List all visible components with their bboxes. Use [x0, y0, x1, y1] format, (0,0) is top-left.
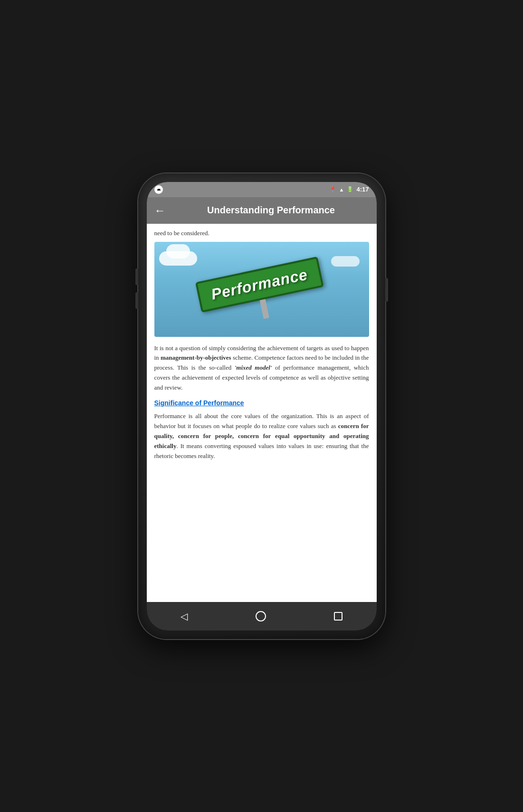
paragraph-1: It is not a question of simply consideri… — [154, 344, 369, 393]
volume-down-button[interactable] — [135, 292, 138, 309]
status-right: 📍 ▲ 🔋 4:17 — [329, 186, 369, 193]
intro-paragraph: need to be considered. — [154, 229, 369, 237]
phone-device: 📍 ▲ 🔋 4:17 ← Understanding Performance n… — [138, 173, 385, 639]
app-bar: ← Understanding Performance — [147, 197, 377, 224]
status-left — [154, 185, 163, 194]
sign-pole — [260, 299, 269, 319]
clock: 4:17 — [356, 186, 369, 193]
signal-icon: ▲ — [339, 187, 344, 192]
nav-back-button[interactable]: ◁ — [171, 607, 197, 626]
battery-icon: 🔋 — [347, 186, 353, 192]
android-icon — [154, 185, 163, 194]
sign-text: Performance — [209, 266, 309, 303]
para1-bold: management-by-objectives — [161, 354, 231, 361]
app-bar-title: Understanding Performance — [173, 205, 369, 216]
nav-home-button[interactable] — [246, 607, 276, 625]
para2-start: Performance is all about the core values… — [154, 412, 369, 430]
back-button[interactable]: ← — [154, 204, 166, 217]
power-button[interactable] — [385, 278, 388, 302]
cloud-right — [331, 256, 360, 267]
section-heading[interactable]: Significance of Performance — [154, 399, 369, 407]
volume-up-button[interactable] — [135, 268, 138, 285]
para1-italic-bold: 'mixed model' — [235, 364, 272, 371]
performance-image: Performance — [154, 242, 369, 337]
sign-board: Performance — [195, 257, 323, 313]
nav-recent-button[interactable] — [324, 608, 352, 624]
content-area[interactable]: need to be considered. Performance It is… — [147, 224, 377, 602]
sign-container: Performance — [195, 257, 328, 331]
location-icon: 📍 — [329, 186, 336, 193]
bottom-nav: ◁ — [147, 602, 377, 630]
phone-screen: 📍 ▲ 🔋 4:17 ← Understanding Performance n… — [147, 182, 377, 630]
recent-icon — [334, 612, 342, 621]
para2-end: . It means converting espoused values in… — [154, 442, 369, 459]
status-bar: 📍 ▲ 🔋 4:17 — [147, 182, 377, 197]
cloud-left — [159, 251, 197, 266]
paragraph-2: Performance is all about the core values… — [154, 411, 369, 461]
home-icon — [256, 611, 266, 621]
